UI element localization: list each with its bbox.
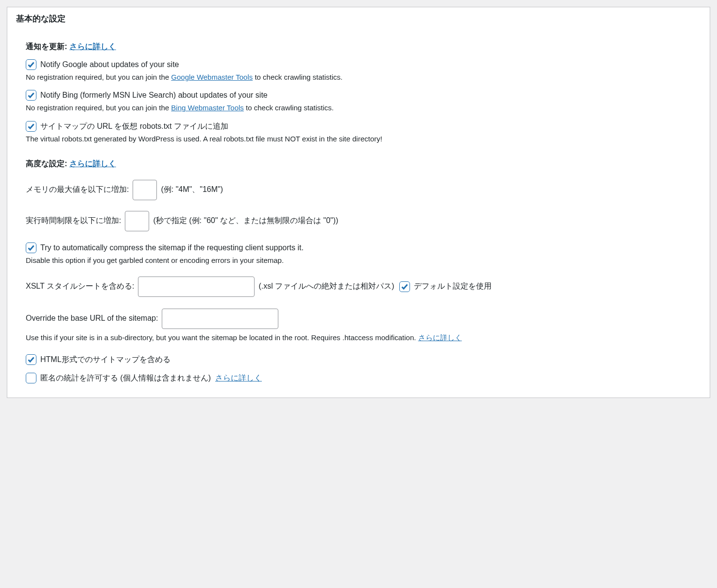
- robots-checkbox[interactable]: [26, 121, 36, 132]
- notify-bing-label: Notify Bing (formerly MSN Live Search) a…: [40, 89, 268, 101]
- basic-settings-panel: 基本的な設定 通知を更新: さらに詳しく Notify Google about…: [7, 7, 710, 398]
- check-icon: [401, 283, 409, 291]
- notify-google-row: Notify Google about updates of your site: [26, 59, 701, 70]
- anon-stats-label: 匿名の統計を許可する (個人情報は含まれません) さらに詳しく: [40, 372, 262, 384]
- panel-header: 基本的な設定: [7, 7, 710, 28]
- advanced-heading-label: 高度な設定:: [26, 159, 67, 168]
- notify-google-desc-prefix: No registration required, but you can jo…: [26, 73, 171, 81]
- memory-suffix: (例: "4M"、"16M"): [161, 185, 223, 193]
- notify-bing-checkbox[interactable]: [26, 90, 36, 101]
- advanced-heading: 高度な設定: さらに詳しく: [26, 159, 701, 169]
- robots-row: サイトマップの URL を仮想 robots.txt ファイルに追加: [26, 121, 701, 132]
- bing-webmaster-link[interactable]: Bing Webmaster Tools: [171, 104, 244, 112]
- memory-row: メモリの最大値を以下に増加:(例: "4M"、"16M"): [26, 180, 701, 200]
- time-suffix: (秒で指定 (例: "60" など、または無制限の場合は "0")): [153, 216, 338, 225]
- panel-title: 基本的な設定: [16, 13, 701, 24]
- compress-checkbox[interactable]: [26, 242, 36, 253]
- google-webmaster-link[interactable]: Google Webmaster Tools: [171, 73, 253, 81]
- notify-google-checkbox[interactable]: [26, 59, 36, 70]
- baseurl-desc: Use this if your site is in a sub-direct…: [26, 332, 701, 343]
- compress-row: Try to automatically compress the sitema…: [26, 242, 701, 254]
- notify-google-desc-suffix: to check crawling statistics.: [253, 73, 342, 81]
- html-sitemap-label: HTML形式でのサイトマップを含める: [40, 354, 171, 365]
- anon-stats-checkbox[interactable]: [26, 373, 36, 383]
- notify-bing-desc-suffix: to check crawling statistics.: [244, 104, 334, 112]
- baseurl-row: Override the base URL of the sitemap:: [26, 309, 701, 329]
- html-sitemap-checkbox[interactable]: [26, 354, 36, 365]
- check-icon: [27, 122, 35, 130]
- xslt-label: XSLT スタイルシートを含める:: [26, 282, 134, 290]
- notify-bing-row: Notify Bing (formerly MSN Live Search) a…: [26, 89, 701, 101]
- check-icon: [27, 244, 35, 252]
- notify-heading: 通知を更新: さらに詳しく: [26, 42, 701, 52]
- html-sitemap-row: HTML形式でのサイトマップを含める: [26, 354, 701, 365]
- time-row: 実行時間制限を以下に増加:(秒で指定 (例: "60" など、または無制限の場合…: [26, 211, 701, 231]
- notify-bing-desc: No registration required, but you can jo…: [26, 102, 701, 113]
- notify-bing-desc-prefix: No registration required, but you can jo…: [26, 104, 171, 112]
- baseurl-desc-prefix: Use this if your site is in a sub-direct…: [26, 333, 418, 342]
- baseurl-label: Override the base URL of the sitemap:: [26, 314, 158, 322]
- xslt-hint: (.xsl ファイルへの絶対または相対パス): [258, 282, 394, 290]
- anon-stats-learn-more-link[interactable]: さらに詳しく: [215, 374, 262, 382]
- anon-stats-row: 匿名の統計を許可する (個人情報は含まれません) さらに詳しく: [26, 372, 701, 384]
- robots-label: サイトマップの URL を仮想 robots.txt ファイルに追加: [40, 121, 228, 132]
- memory-label: メモリの最大値を以下に増加:: [26, 185, 129, 193]
- notify-learn-more-link[interactable]: さらに詳しく: [69, 42, 116, 51]
- advanced-learn-more-link[interactable]: さらに詳しく: [69, 159, 116, 168]
- check-icon: [27, 61, 35, 69]
- memory-input[interactable]: [133, 180, 157, 200]
- anon-stats-label-text: 匿名の統計を許可する (個人情報は含まれません): [40, 374, 211, 382]
- baseurl-learn-more-link[interactable]: さらに詳しく: [418, 333, 462, 342]
- xslt-row: XSLT スタイルシートを含める:(.xsl ファイルへの絶対または相対パス) …: [26, 277, 701, 297]
- check-icon: [27, 91, 35, 99]
- xslt-input[interactable]: [138, 277, 255, 297]
- compress-label: Try to automatically compress the sitema…: [40, 242, 304, 254]
- compress-desc: Disable this option if you get garbled c…: [26, 255, 701, 266]
- notify-google-label: Notify Google about updates of your site: [40, 59, 179, 70]
- baseurl-input[interactable]: [162, 309, 278, 329]
- notify-google-desc: No registration required, but you can jo…: [26, 71, 701, 83]
- notify-heading-label: 通知を更新:: [26, 42, 67, 51]
- time-label: 実行時間制限を以下に増加:: [26, 216, 121, 225]
- xslt-default-label: デフォルト設定を使用: [414, 282, 492, 290]
- xslt-default-checkbox[interactable]: [399, 281, 410, 292]
- time-input[interactable]: [125, 211, 149, 231]
- panel-body: 通知を更新: さらに詳しく Notify Google about update…: [7, 28, 710, 398]
- check-icon: [27, 356, 35, 363]
- robots-desc: The virtual robots.txt generated by Word…: [26, 133, 701, 144]
